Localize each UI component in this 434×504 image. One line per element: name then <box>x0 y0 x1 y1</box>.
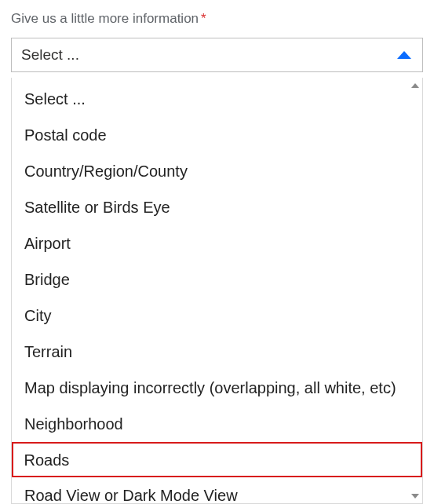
dropdown-option[interactable]: Map displaying incorrectly (overlapping,… <box>12 370 422 406</box>
dropdown-option[interactable]: Roads <box>12 442 422 477</box>
chevron-up-icon <box>397 51 411 59</box>
dropdown-option[interactable]: Terrain <box>12 334 422 370</box>
required-asterisk: * <box>201 11 206 27</box>
options-list[interactable]: Select ...Postal codeCountry/Region/Coun… <box>12 81 422 503</box>
dropdown-option[interactable]: Country/Region/County <box>12 153 422 189</box>
field-label-text: Give us a little more information <box>11 11 199 27</box>
select-dropdown[interactable]: Select ... <box>11 38 423 72</box>
dropdown-option[interactable]: Select ... <box>12 81 422 117</box>
select-placeholder: Select ... <box>21 46 79 64</box>
dropdown-option[interactable]: Satellite or Birds Eye <box>12 189 422 225</box>
dropdown-option[interactable]: City <box>12 298 422 334</box>
dropdown-option[interactable]: Road View or Dark Mode View <box>12 477 422 503</box>
dropdown-option[interactable]: Neighborhood <box>12 406 422 442</box>
dropdown-option[interactable]: Bridge <box>12 261 422 298</box>
dropdown-option[interactable]: Airport <box>12 225 422 261</box>
dropdown-panel: Select ...Postal codeCountry/Region/Coun… <box>11 78 423 504</box>
scroll-up-icon[interactable] <box>411 83 419 88</box>
scroll-down-icon[interactable] <box>411 494 419 499</box>
field-label: Give us a little more information * <box>11 11 423 27</box>
dropdown-option[interactable]: Postal code <box>12 117 422 153</box>
